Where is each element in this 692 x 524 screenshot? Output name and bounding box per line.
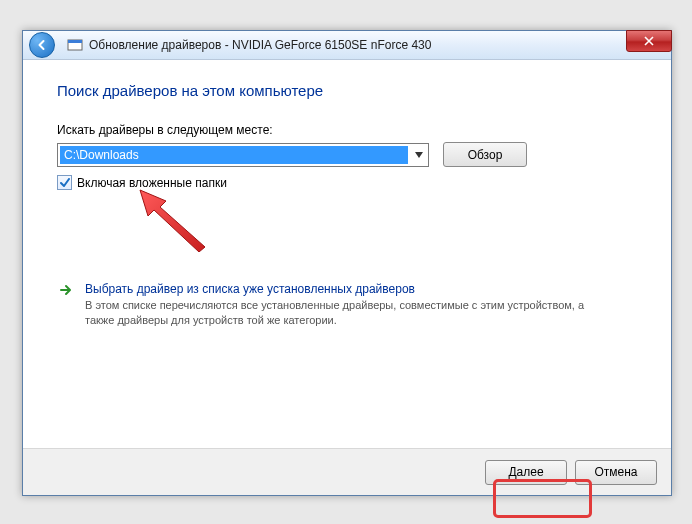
titlebar: Обновление драйверов - NVIDIA GeForce 61…	[23, 31, 671, 60]
option-title: Выбрать драйвер из списка уже установлен…	[85, 282, 585, 296]
dialog-body: Поиск драйверов на этом компьютере Искат…	[23, 60, 671, 332]
browse-button[interactable]: Обзор	[443, 142, 527, 167]
combo-dropdown-icon[interactable]	[410, 144, 428, 166]
cancel-button[interactable]: Отмена	[575, 460, 657, 485]
dialog-footer: Далее Отмена	[23, 448, 671, 495]
window-icon	[67, 37, 83, 53]
svg-rect-1	[68, 40, 82, 43]
include-subfolders-checkbox[interactable]	[57, 175, 72, 190]
driver-update-window: Обновление драйверов - NVIDIA GeForce 61…	[22, 30, 672, 496]
page-heading: Поиск драйверов на этом компьютере	[57, 82, 637, 99]
path-label: Искать драйверы в следующем месте:	[57, 123, 637, 137]
window-title: Обновление драйверов - NVIDIA GeForce 61…	[89, 38, 671, 52]
option-desc: В этом списке перечисляются все установл…	[85, 298, 585, 328]
include-subfolders-label: Включая вложенные папки	[77, 176, 227, 190]
back-button[interactable]	[29, 32, 55, 58]
select-from-list-option[interactable]: Выбрать драйвер из списка уже установлен…	[57, 278, 637, 332]
arrow-right-icon	[59, 283, 75, 299]
close-button[interactable]	[626, 30, 672, 52]
next-button[interactable]: Далее	[485, 460, 567, 485]
path-value[interactable]: C:\Downloads	[60, 146, 408, 164]
path-combobox[interactable]: C:\Downloads	[57, 143, 429, 167]
